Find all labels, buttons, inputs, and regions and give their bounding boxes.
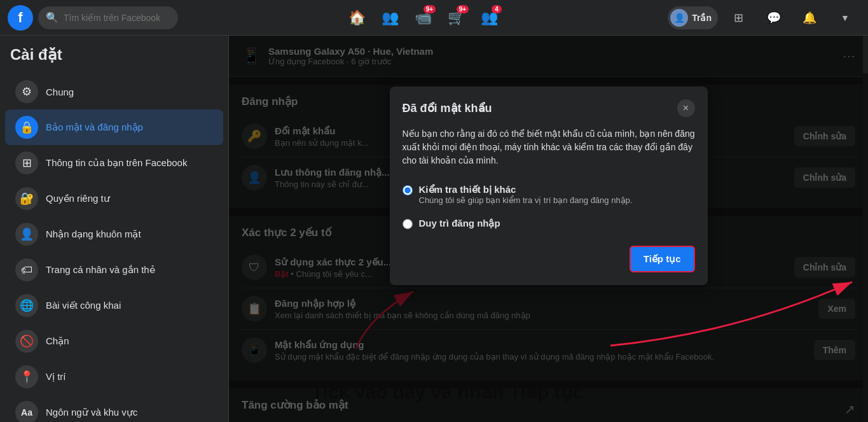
grid-icon: ⊞ [15, 151, 38, 174]
privacy-icon: 🔐 [15, 187, 38, 210]
radio-kiem-tra-label: Kiểm tra thiết bị khác [419, 184, 633, 195]
sidebar-item-vi-tri[interactable]: 📍 Vị trí [5, 359, 223, 395]
sidebar-item-thong-tin[interactable]: ⊞ Thông tin của bạn trên Facebook [5, 145, 223, 181]
modal-overlay: Đã đổi mật khẩu × Nếu bạn cho rằng ai đó… [229, 36, 868, 422]
modal-footer: Tiếp tục [403, 246, 695, 272]
topnav: f 🔍 🏠 👥 📹 9+ 🛒 9+ 👥 4 👤 Trần ⊞ 💬 🔔 ▼ [0, 0, 868, 36]
sidebar-item-bai-viet[interactable]: 🌐 Bài viết công khai [5, 288, 223, 323]
search-icon: 🔍 [46, 11, 59, 24]
lock-icon: 🔒 [15, 116, 38, 139]
watch-button[interactable]: 📹 9+ [408, 3, 438, 33]
sidebar-label-ngon-ngu: Ngôn ngữ và khu vực [46, 407, 137, 418]
nav-center: 🏠 👥 📹 9+ 🛒 9+ 👥 4 [178, 3, 668, 33]
topnav-right: 👤 Trần ⊞ 💬 🔔 ▼ [668, 3, 860, 33]
radio-kiem-tra[interactable] [403, 185, 413, 195]
sidebar: Cài đặt ⚙ Chung 🔒 Bảo mật và đăng nhập ⊞… [0, 36, 229, 422]
radio-duy-tri-label: Duy trì đăng nhập [419, 218, 500, 229]
radio-kiem-tra-labels: Kiểm tra thiết bị khác Chúng tôi sẽ giúp… [419, 184, 633, 205]
location-icon: 📍 [15, 365, 38, 388]
user-chip[interactable]: 👤 Trần [668, 6, 718, 29]
sidebar-label-bao-mat: Bảo mật và đăng nhập [46, 122, 143, 133]
radio-kiem-tra-sub: Chúng tôi sẽ giúp bạn kiểm tra vị trí bạ… [419, 195, 633, 205]
sidebar-label-vi-tri: Vị trí [46, 371, 66, 383]
sidebar-label-thong-tin: Thông tin của bạn trên Facebook [46, 157, 187, 169]
watch-badge: 9+ [424, 5, 436, 13]
search-bar[interactable]: 🔍 [38, 6, 178, 29]
globe-icon: 🌐 [15, 294, 38, 317]
sidebar-label-quyen-rieng-tu: Quyền riêng tư [46, 193, 110, 204]
marketplace-badge: 9+ [457, 5, 469, 13]
sidebar-item-bao-mat[interactable]: 🔒 Bảo mật và đăng nhập [5, 109, 223, 145]
groups-badge: 4 [492, 5, 502, 13]
sidebar-label-trang-ca-nhan: Trang cá nhân và gắn thẻ [46, 264, 155, 276]
gear-icon: ⚙ [15, 80, 38, 103]
sidebar-label-chung: Chung [46, 87, 74, 97]
apps-button[interactable]: ⊞ [723, 3, 754, 33]
marketplace-button[interactable]: 🛒 9+ [441, 3, 471, 33]
sidebar-item-ngon-ngu[interactable]: Aa Ngôn ngữ và khu vực [5, 395, 223, 422]
notifications-button[interactable]: 🔔 [794, 3, 825, 33]
chevron-down-icon[interactable]: ▼ [830, 3, 860, 33]
home-button[interactable]: 🏠 [341, 3, 372, 33]
facebook-logo[interactable]: f [8, 5, 33, 31]
radio-option-kiem-tra[interactable]: Kiểm tra thiết bị khác Chúng tôi sẽ giúp… [403, 178, 695, 211]
sidebar-item-quyen-rieng-tu[interactable]: 🔐 Quyền riêng tư [5, 181, 223, 216]
sidebar-label-nhan-dang: Nhận dạng khuôn mặt [46, 229, 141, 240]
friends-button[interactable]: 👥 [375, 3, 405, 33]
content-area: 📱 Samsung Galaxy A50 · Hue, Vietnam Ứng … [229, 36, 868, 422]
language-icon: Aa [15, 401, 38, 422]
search-input[interactable] [64, 13, 170, 23]
messenger-button[interactable]: 💬 [759, 3, 789, 33]
continue-button[interactable]: Tiếp tục [630, 246, 695, 272]
modal-header: Đã đổi mật khẩu × [403, 99, 695, 117]
user-name: Trần [692, 13, 712, 23]
face-icon: 👤 [15, 223, 38, 246]
groups-button[interactable]: 👥 4 [474, 3, 504, 33]
sidebar-label-chan: Chặn [46, 335, 69, 347]
radio-option-duy-tri[interactable]: Duy trì đăng nhập [403, 211, 695, 236]
sidebar-item-chung[interactable]: ⚙ Chung [5, 74, 223, 109]
sidebar-item-chan[interactable]: 🚫 Chặn [5, 323, 223, 359]
sidebar-item-trang-ca-nhan[interactable]: 🏷 Trang cá nhân và gắn thẻ [5, 252, 223, 288]
modal-body: Nếu bạn cho rằng ai đó có thể biết mật k… [403, 127, 695, 167]
sidebar-label-bai-viet: Bài viết công khai [46, 300, 121, 311]
radio-duy-tri-labels: Duy trì đăng nhập [419, 218, 500, 229]
modal-title: Đã đổi mật khẩu [403, 101, 492, 115]
main-layout: Cài đặt ⚙ Chung 🔒 Bảo mật và đăng nhập ⊞… [0, 36, 868, 422]
radio-duy-tri[interactable] [403, 219, 413, 229]
sidebar-item-nhan-dang[interactable]: 👤 Nhận dạng khuôn mặt [5, 216, 223, 252]
avatar: 👤 [670, 9, 688, 27]
sidebar-title: Cài đặt [0, 46, 228, 74]
modal: Đã đổi mật khẩu × Nếu bạn cho rằng ai đó… [390, 87, 708, 285]
block-icon: 🚫 [15, 330, 38, 353]
tag-icon: 🏷 [15, 258, 38, 281]
modal-close-button[interactable]: × [677, 99, 695, 117]
